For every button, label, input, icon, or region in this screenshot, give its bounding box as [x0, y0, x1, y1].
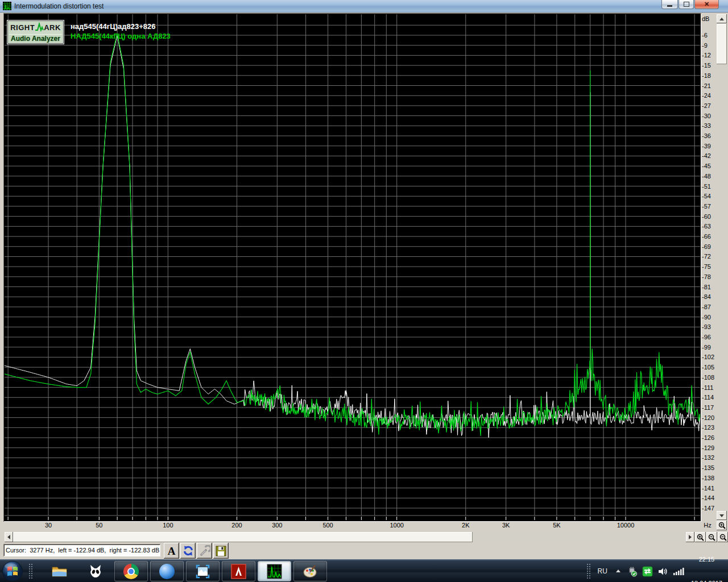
taskbar-rmaa-button[interactable] [258, 561, 291, 581]
desktop: { "window": { "title": "Intermodulation … [0, 0, 728, 582]
y-axis-tick-label: -111 [702, 384, 717, 391]
start-button[interactable] [2, 560, 23, 582]
taskbar-foobar2000-button[interactable] [78, 561, 112, 581]
zoom-in-vertical-button[interactable] [717, 521, 727, 530]
y-axis-tick-label: -99 [702, 344, 717, 351]
x-axis-tick-label: 30 [36, 522, 61, 529]
sync-app-icon[interactable] [642, 566, 653, 577]
restore-icon [684, 2, 689, 7]
y-axis-tick-label: -36 [702, 132, 717, 139]
x-axis-tick-label: 3K [494, 522, 519, 529]
x-axis-tick-label: 5K [544, 522, 569, 529]
taskbar-chromium-button[interactable] [150, 561, 184, 581]
horizontal-scroll-thumb[interactable] [13, 532, 473, 542]
y-axis-tick-label: -21 [702, 82, 717, 89]
volume-icon[interactable] [657, 566, 668, 577]
show-hidden-icons-button[interactable] [614, 567, 622, 575]
x-axis-tick-label: 300 [264, 522, 289, 529]
spectrum-plot[interactable] [5, 14, 700, 521]
y-axis-unit-label: dB [702, 15, 709, 22]
taskbar-adobe-reader-button[interactable] [222, 561, 255, 581]
x-axis-tick-label: 200 [224, 522, 249, 529]
arrow-left-icon [7, 535, 10, 539]
taskbar-chrome-button[interactable] [114, 561, 148, 581]
taskbar-paint-button[interactable] [293, 561, 327, 581]
x-axis-tick-label: 100 [155, 522, 180, 529]
cursor-status-field: Cursor: 3277 Hz, left = -122.94 dB, righ… [3, 544, 160, 556]
paint-icon [303, 564, 318, 579]
horizontal-scrollbar[interactable] [5, 532, 694, 542]
restore-button[interactable] [679, 0, 694, 9]
y-axis-tick-label: -9 [702, 42, 717, 49]
arrow-right-icon [689, 535, 692, 539]
logo-subtitle: Audio Analyzer [9, 34, 62, 43]
y-axis-tick-label: -42 [702, 152, 717, 159]
logo-brand-left: RIGHT [10, 23, 35, 32]
adobe-reader-icon [231, 564, 246, 579]
x-axis-unit-label: Hz [700, 522, 715, 529]
y-axis-tick-label: -6 [702, 32, 717, 39]
y-axis-tick-label: -81 [702, 284, 717, 290]
y-axis-tick-label: -129 [702, 444, 717, 451]
floppy-disk-icon [216, 546, 226, 556]
y-axis-tick-label: -135 [702, 464, 717, 471]
font-button[interactable]: A [164, 543, 179, 559]
y-axis-tick-label: -90 [702, 314, 717, 321]
y-axis-tick-label: -39 [702, 143, 717, 149]
close-button[interactable]: ✕ [694, 0, 719, 9]
app-icon [3, 2, 11, 10]
scroll-left-button[interactable] [5, 532, 13, 542]
vertical-scroll-thumb[interactable] [717, 24, 727, 64]
refresh-button[interactable] [180, 543, 196, 559]
y-axis-tick-label: -27 [702, 102, 717, 109]
scroll-up-button[interactable] [717, 14, 727, 23]
image-viewer-icon [195, 564, 210, 579]
language-indicator[interactable]: RU [598, 567, 607, 575]
arrow-down-icon [719, 514, 724, 517]
y-axis-tick-label: -132 [702, 454, 717, 461]
y-axis-tick-label: -60 [702, 213, 717, 220]
y-axis-tick-label: -102 [702, 354, 717, 360]
y-axis-tick-label: -51 [702, 183, 717, 190]
y-axis-tick-label: -105 [702, 364, 717, 371]
settings-button[interactable] [197, 543, 212, 559]
y-axis-tick-label: -96 [702, 334, 717, 340]
rmaa-spectrum-icon [267, 564, 282, 579]
chrome-icon [123, 564, 139, 579]
y-axis-tick-label: -147 [702, 505, 717, 512]
y-axis-tick-label: -57 [702, 203, 717, 210]
y-axis-tick-label: -144 [702, 494, 717, 501]
font-icon: A [168, 546, 176, 556]
magnifier-plus-icon [718, 522, 726, 529]
title-bar[interactable]: Intermodulation distortion test ✕ [0, 0, 728, 13]
x-axis-tick-label: 2K [453, 522, 478, 529]
y-axis-tick-label: -78 [702, 273, 717, 280]
y-axis-tick-label: -120 [702, 414, 717, 421]
y-axis-tick-label: -66 [702, 233, 717, 240]
usb-device-icon[interactable] [627, 566, 638, 577]
network-signal-icon[interactable] [673, 567, 684, 576]
chevron-up-icon [614, 567, 622, 575]
y-axis-tick-label: -108 [702, 374, 717, 381]
vertical-scrollbar[interactable] [717, 14, 727, 520]
scroll-down-button[interactable] [717, 511, 727, 520]
taskbar: RU [0, 559, 728, 582]
x-axis-tick-label: 10000 [613, 522, 638, 529]
taskbar-image-viewer-button[interactable] [186, 561, 220, 581]
y-axis-tick-label: -84 [702, 293, 717, 300]
y-axis-tick-label: -87 [702, 304, 717, 310]
taskbar-explorer-button[interactable] [43, 561, 76, 581]
y-axis-tick-label: -114 [702, 394, 717, 401]
save-button[interactable] [213, 543, 229, 559]
arrow-up-icon [719, 18, 724, 20]
tray-date: 18.04.2017 [691, 579, 722, 582]
minimize-button[interactable] [661, 0, 678, 9]
tray-time: 22:15 [691, 555, 722, 563]
clock[interactable]: 22:15 18.04.2017 [691, 539, 722, 582]
taskbar-grip [28, 563, 33, 579]
y-axis-tick-label: -54 [702, 193, 717, 199]
y-axis-tick-label: -138 [702, 475, 717, 481]
y-axis-tick-label: -69 [702, 243, 717, 250]
y-axis-tick-label: -24 [702, 92, 717, 99]
chromium-icon [159, 564, 175, 579]
